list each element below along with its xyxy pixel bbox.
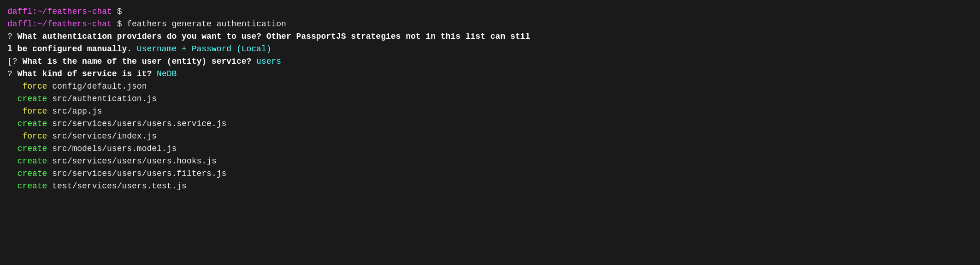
action-force-10: force: [7, 130, 47, 143]
terminal-line-3b: l be configured manually. Username + Pas…: [7, 43, 973, 55]
action-create-13: create: [7, 168, 47, 180]
terminal-line-1: daffl:~/feathers-chat $: [7, 6, 973, 18]
action-create-14: create: [7, 180, 47, 193]
prompt-dollar-1: $: [112, 6, 122, 18]
file-path-11: src/models/users.model.js: [47, 143, 177, 155]
question-text-3b: l be configured manually.: [7, 43, 132, 55]
bracket-4: [?: [7, 55, 22, 68]
file-path-10: src/services/index.js: [47, 130, 157, 143]
terminal-line-4: [? What is the name of the user (entity)…: [7, 55, 973, 68]
terminal-line-7: create src/authentication.js: [7, 93, 973, 105]
action-force-6: force: [7, 80, 47, 93]
answer-3: Username + Password (Local): [132, 43, 271, 55]
terminal-line-3: ? What authentication providers do you w…: [7, 30, 973, 43]
terminal-line-12: create src/services/users/users.hooks.js: [7, 155, 973, 168]
action-create-7: create: [7, 93, 47, 105]
question-mark-3: ?: [7, 30, 18, 43]
action-create-9: create: [7, 118, 47, 130]
action-force-8: force: [7, 105, 47, 118]
answer-4: users: [251, 55, 281, 68]
file-path-7: src/authentication.js: [47, 93, 157, 105]
terminal-line-14: create test/services/users.test.js: [7, 180, 973, 193]
file-path-6: config/default.json: [47, 80, 147, 93]
terminal-line-5: ? What kind of service is it? NeDB: [7, 68, 973, 80]
terminal-line-10: force src/services/index.js: [7, 130, 973, 143]
file-path-8: src/app.js: [47, 105, 102, 118]
question-text-4: What is the name of the user (entity) se…: [22, 55, 251, 68]
file-path-13: src/services/users/users.filters.js: [47, 168, 226, 180]
question-text-3: What authentication providers do you wan…: [18, 30, 531, 43]
terminal-line-11: create src/models/users.model.js: [7, 143, 973, 155]
file-path-9: src/services/users/users.service.js: [47, 118, 226, 130]
terminal-line-8: force src/app.js: [7, 105, 973, 118]
file-path-12: src/services/users/users.hooks.js: [47, 155, 216, 168]
terminal-line-6: force config/default.json: [7, 80, 973, 93]
action-create-12: create: [7, 155, 47, 168]
file-path-14: test/services/users.test.js: [47, 180, 186, 193]
answer-5: NeDB: [152, 68, 177, 80]
prompt-path-1: daffl:~/feathers-chat: [7, 6, 112, 18]
prompt-path-2: daffl:~/feathers-chat: [7, 18, 112, 30]
question-text-5: What kind of service is it?: [18, 68, 152, 80]
terminal-line-9: create src/services/users/users.service.…: [7, 118, 973, 130]
action-create-11: create: [7, 143, 47, 155]
question-mark-5: ?: [7, 68, 18, 80]
terminal-line-2: daffl:~/feathers-chat $ feathers generat…: [7, 18, 973, 30]
terminal-line-13: create src/services/users/users.filters.…: [7, 168, 973, 180]
prompt-command-2: $ feathers generate authentication: [112, 18, 286, 30]
terminal: daffl:~/feathers-chat $ daffl:~/feathers…: [7, 6, 973, 193]
